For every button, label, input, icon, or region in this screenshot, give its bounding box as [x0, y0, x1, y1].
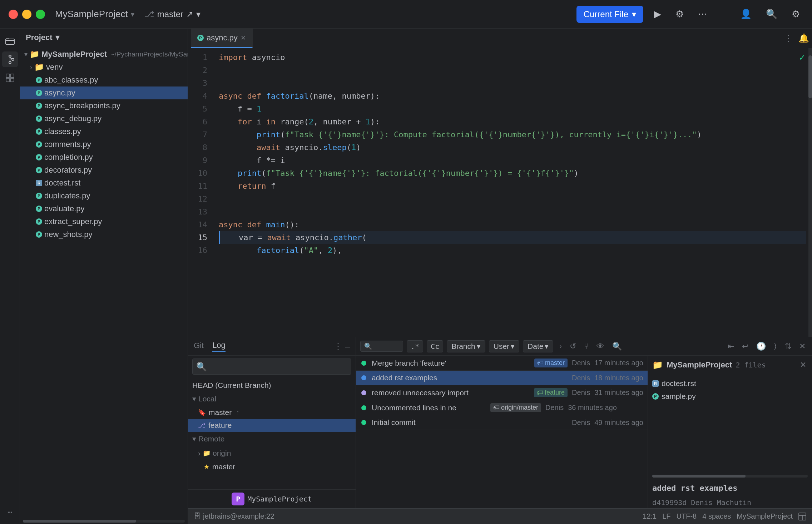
run-config-button[interactable]: Current File ▾ — [576, 6, 643, 23]
minimize-button[interactable] — [22, 10, 31, 19]
eye-btn[interactable]: 👁 — [594, 340, 606, 352]
ln-7: 7 — [188, 128, 207, 141]
tree-item-evaluate[interactable]: P evaluate.py — [20, 202, 188, 215]
activity-git-icon[interactable] — [2, 51, 18, 67]
regex-btn[interactable]: .* — [407, 340, 423, 352]
tree-item-duplicates[interactable]: P duplicates.py — [20, 189, 188, 202]
code-content[interactable]: import asyncio async def factorial(name,… — [213, 48, 812, 337]
commit-row-3[interactable]: Uncommented lines in ne 🏷 origin/master … — [356, 400, 648, 415]
git-tab-git[interactable]: Git — [194, 341, 204, 352]
branch-filter-btn[interactable]: Branch ▾ — [447, 340, 485, 352]
commit-row-0[interactable]: Merge branch 'feature' 🏷 master Denis 17… — [356, 356, 648, 371]
tree-item-comments[interactable]: P comments.py — [20, 138, 188, 151]
commit-time-0: 17 minutes ago — [594, 359, 643, 367]
tab-close-icon[interactable]: ✕ — [241, 34, 246, 42]
tab-bell-icon[interactable]: 🔔 — [798, 33, 809, 43]
git-head-item[interactable]: HEAD (Current Branch) — [188, 379, 356, 392]
tree-root-item[interactable]: ▾ 📁 MySampleProject ~/PycharmProjects/My… — [20, 48, 188, 61]
collapse-btn[interactable]: ⇤ — [726, 340, 736, 352]
diff-folder-icon: 📁 — [652, 360, 663, 370]
code-line-16: factorial("A", 2), — [219, 244, 806, 257]
graph-col-2 — [360, 390, 367, 395]
date-filter-chevron: ▾ — [545, 342, 549, 351]
tree-item-extract[interactable]: P extract_super.py — [20, 215, 188, 228]
status-position[interactable]: 12:1 — [643, 512, 657, 520]
git-search-input[interactable] — [209, 360, 347, 373]
tree-item-async[interactable]: P async.py — [20, 86, 188, 99]
tree-item-completion[interactable]: P completion.py — [20, 151, 188, 164]
account-button[interactable]: 👤 — [737, 5, 755, 23]
history-btn[interactable]: 🕐 — [754, 340, 768, 352]
refresh-btn[interactable]: ↺ — [568, 340, 578, 352]
undo-btn[interactable]: ↩ — [740, 340, 751, 352]
status-utf8-label: UTF-8 — [677, 512, 697, 520]
commit-row-4[interactable]: Initial commit Denis 49 minutes ago — [356, 415, 648, 430]
project-tree-scrollbar[interactable] — [23, 520, 185, 523]
diff-project-name: MySampleProject — [667, 360, 732, 370]
close-button[interactable] — [9, 10, 18, 19]
status-indent[interactable]: 4 spaces — [702, 512, 731, 520]
status-project-name[interactable]: MySampleProject — [737, 512, 793, 520]
log-area: 🔍 .* Cc Branch ▾ User ▾ — [356, 337, 812, 508]
close-panel-btn[interactable]: ✕ — [797, 340, 808, 352]
py-icon-duplicates: P — [36, 193, 42, 199]
user-filter-btn[interactable]: User ▾ — [489, 340, 519, 352]
activity-folder-icon[interactable] — [2, 33, 18, 49]
settings-button[interactable]: ⚙ — [788, 5, 803, 23]
branch-info[interactable]: ⎇ master ↗ ▾ — [144, 9, 200, 19]
git-remote-master[interactable]: ★ master — [188, 460, 356, 473]
py-icon-abc: P — [36, 77, 42, 83]
tree-item-classes[interactable]: P classes.py — [20, 125, 188, 138]
tree-item-decorators[interactable]: P decorators.py — [20, 164, 188, 177]
activity-more-icon[interactable]: ⋯ — [2, 504, 18, 520]
search-button[interactable]: 🔍 — [762, 5, 781, 23]
git-plugin-icon[interactable]: P — [232, 493, 244, 505]
tree-item-newshots[interactable]: P new_shots.py — [20, 228, 188, 241]
git-minimize-button[interactable]: – — [345, 341, 350, 351]
diff-file-doctest[interactable]: R doctest.rst — [652, 377, 808, 390]
git-remote-header[interactable]: ▾ Remote — [188, 432, 356, 446]
git-branch-feature[interactable]: ⎇ feature — [188, 419, 356, 432]
commit-row-1[interactable]: added rst examples Denis 18 minutes ago — [356, 371, 648, 385]
tree-item-doctest[interactable]: R doctest.rst — [20, 177, 188, 189]
graph-btn[interactable]: ⑂ — [582, 340, 591, 352]
case-btn[interactable]: Cc — [427, 340, 443, 352]
expand-btn[interactable]: ⟩ — [772, 340, 779, 352]
async-label: async.py — [44, 88, 75, 98]
editor-scrollbar[interactable] — [808, 48, 812, 337]
ln-13: 13 — [188, 206, 207, 218]
git-branch-master[interactable]: 🔖 master ↑ — [188, 406, 356, 419]
git-more-button[interactable]: ⋮ — [334, 341, 342, 351]
prev-btn[interactable]: › — [557, 340, 564, 352]
up-arrows-btn[interactable]: ⇅ — [783, 340, 793, 352]
tree-item-venv[interactable]: › 📁 venv — [20, 61, 188, 74]
tree-item-async-bp[interactable]: P async_breakpoints.py — [20, 99, 188, 112]
diff-scrollbar[interactable] — [652, 475, 808, 478]
more-options-button[interactable]: ⋯ — [694, 5, 711, 23]
tabs-more-button[interactable]: ⋮ — [781, 30, 796, 46]
status-layout-icon[interactable] — [798, 513, 806, 520]
diff-file-sample[interactable]: P sample.py — [652, 390, 808, 403]
branch-name: master — [157, 9, 183, 19]
status-line-ending[interactable]: LF — [662, 512, 670, 520]
editor-tab-async[interactable]: P async.py ✕ — [191, 29, 253, 48]
commit-row-2[interactable]: removed unnecessary import 🏷 feature Den… — [356, 385, 648, 400]
diff-close-btn[interactable]: ✕ — [798, 359, 808, 371]
status-jetbrains[interactable]: 🗄 jetbrains@example:22 — [194, 512, 274, 520]
find-btn[interactable]: 🔍 — [610, 340, 624, 352]
tree-item-abc[interactable]: P abc_classes.py — [20, 74, 188, 86]
project-name[interactable]: MySampleProject ▾ — [55, 9, 134, 20]
status-encoding[interactable]: UTF-8 — [677, 512, 697, 520]
run-button[interactable]: ▶ — [650, 5, 665, 23]
tree-item-async-dbg[interactable]: P async_debug.py — [20, 112, 188, 125]
git-local-header[interactable]: ▾ Local — [188, 392, 356, 406]
git-tab-log[interactable]: Log — [212, 341, 226, 352]
maximize-button[interactable] — [36, 10, 45, 19]
git-origin-header[interactable]: › 📁 origin — [188, 446, 356, 460]
newshots-label: new_shots.py — [44, 230, 93, 239]
date-filter-btn[interactable]: Date ▾ — [523, 340, 553, 352]
commit-author-3: Denis — [545, 404, 564, 412]
activity-plugins-icon[interactable] — [2, 70, 18, 86]
commit-time-3: 36 minutes ago — [568, 404, 617, 412]
debug-button[interactable]: ⚙ — [672, 5, 687, 23]
